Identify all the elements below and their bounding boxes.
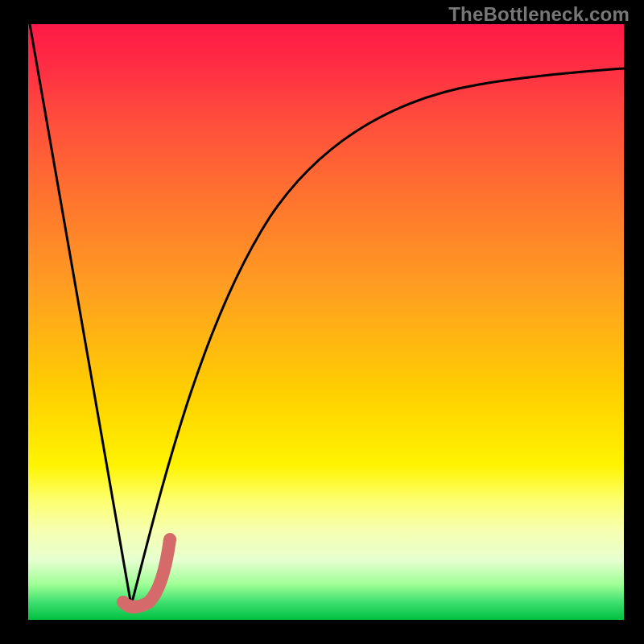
curve-recovery xyxy=(131,68,624,605)
chart-svg xyxy=(28,24,624,620)
chart-frame: TheBottleneck.com xyxy=(0,0,644,644)
plot-area xyxy=(28,24,624,620)
curve-left-descent xyxy=(30,24,131,605)
watermark-text: TheBottleneck.com xyxy=(448,3,630,26)
